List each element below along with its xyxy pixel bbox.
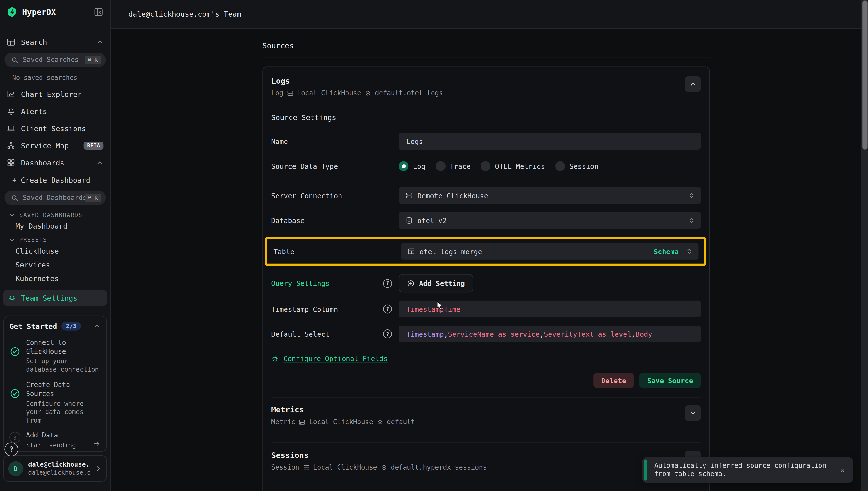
delete-button[interactable]: Delete	[593, 373, 634, 388]
server-connection-select[interactable]: Remote ClickHouse	[398, 187, 701, 204]
database-label: Database	[271, 216, 304, 225]
layers-icon	[381, 464, 388, 471]
radio-trace[interactable]: Trace	[436, 161, 471, 171]
laptop-icon	[7, 124, 16, 133]
app-root: HyperDX Search Saved Searches ⌘ K No sav…	[0, 0, 868, 491]
check-circle-icon	[9, 388, 21, 399]
default-select-input[interactable]: Timestamp, ServiceName as service, Sever…	[398, 325, 701, 342]
chart-explorer-icon	[7, 90, 16, 98]
scrollbar-thumb[interactable]	[862, 0, 867, 149]
query-settings-label: Query Settings	[271, 279, 330, 287]
no-saved-searches-text: No saved searches	[0, 70, 110, 84]
get-started-title: Get Started	[9, 322, 57, 330]
table-row: Table otel_logs_merge Schema	[273, 243, 698, 260]
radio-dot	[481, 161, 490, 171]
timestamp-column-label: Timestamp Column	[271, 305, 338, 313]
chevron-up-icon[interactable]	[96, 159, 103, 167]
sessions-section: Sessions Session Local ClickHouse defaul…	[271, 442, 701, 479]
connection-text: Local ClickHouse	[313, 463, 377, 471]
sidebar-item-chart-explorer[interactable]: Chart Explorer	[0, 88, 110, 101]
question-circle-icon[interactable]: ?	[383, 305, 392, 314]
get-started-step-3[interactable]: 3 Add Data Start sending logs, metrics, …	[4, 425, 106, 452]
progress-badge: 2/3	[61, 322, 81, 330]
database-select[interactable]: otel_v2	[398, 212, 701, 229]
source-data-type-label: Source Data Type	[271, 162, 338, 170]
server-icon	[303, 464, 310, 471]
select-chevrons-icon	[688, 216, 695, 224]
expand-metrics-button[interactable]	[685, 405, 701, 421]
saved-dashboards-caption[interactable]: SAVED DASHBOARDS	[0, 208, 110, 219]
traces-section: Traces Trace Remote ClickHouse otel_v2.o…	[271, 488, 701, 491]
saved-searches-input[interactable]: Saved Searches ⌘ K	[4, 53, 106, 67]
timestamp-column-input[interactable]: TimestampTime	[398, 301, 701, 317]
radio-otel-metrics[interactable]: OTEL Metrics	[481, 161, 545, 171]
get-started-step-1[interactable]: Connect to ClickHouse Set up your databa…	[4, 333, 106, 375]
user-email: dale@clickhouse.c…	[28, 469, 90, 476]
sidebar-item-alerts[interactable]: Alerts	[0, 105, 110, 118]
dashboards-icon	[7, 158, 16, 167]
create-dashboard-button[interactable]: + Create Dashboard	[0, 174, 110, 186]
configure-optional-fields[interactable]: Configure Optional Fields	[271, 354, 701, 363]
question-circle-icon[interactable]: ?	[383, 279, 392, 288]
radio-dot	[555, 161, 565, 171]
table-select[interactable]: otel_logs_merge Schema	[401, 243, 698, 260]
kbd-shortcut: ⌘ K	[85, 194, 101, 202]
sidebar-item-dashboards[interactable]: Dashboards	[0, 156, 110, 169]
radio-log[interactable]: Log	[398, 161, 425, 171]
chevron-up-icon	[689, 80, 696, 88]
table-ref-text: default	[387, 418, 415, 426]
save-source-button[interactable]: Save Source	[639, 373, 701, 388]
user-menu[interactable]: D dale@clickhouse.… dale@clickhouse.c…	[3, 455, 107, 482]
sidebar-item-service-map[interactable]: Service Map BETA	[0, 139, 110, 152]
collapse-logs-button[interactable]	[685, 77, 701, 92]
scrollbar-track[interactable]	[861, 0, 868, 491]
check-circle-icon	[9, 346, 21, 357]
hyperdx-logo-icon	[7, 7, 18, 18]
collapse-sidebar-icon[interactable]	[94, 7, 103, 17]
connection-text: Local ClickHouse	[297, 89, 361, 97]
source-data-type-row: Source Data Type Log Trace OTEL Metrics …	[271, 158, 701, 174]
name-input[interactable]: Logs	[398, 133, 701, 149]
chevron-down-icon	[9, 237, 15, 243]
page-title: Sources	[262, 29, 710, 57]
sidebar-item-kubernetes[interactable]: Kubernetes	[0, 272, 110, 286]
kbd-shortcut: ⌘ K	[85, 56, 101, 64]
table-row-highlight: Table otel_logs_merge Schema	[265, 237, 707, 266]
plus-icon: +	[12, 176, 17, 184]
sidebar-item-client-sessions[interactable]: Client Sessions	[0, 122, 110, 135]
close-icon[interactable]: ✕	[836, 464, 849, 476]
layers-icon	[364, 89, 371, 97]
logo-row: HyperDX	[0, 0, 110, 24]
table-label: Table	[273, 247, 294, 255]
database-icon	[405, 216, 413, 224]
saved-dashboards-input[interactable]: Saved Dashboards ⌘ K	[4, 191, 106, 205]
get-started-step-2[interactable]: Create Data Sources Configure where your…	[4, 375, 106, 425]
server-icon	[299, 418, 306, 426]
table-icon	[408, 248, 415, 255]
form-actions: Delete Save Source	[271, 373, 701, 388]
step-title: Create Data Sources	[26, 380, 101, 398]
sidebar-item-team-settings[interactable]: Team Settings	[3, 290, 107, 306]
step-title: Add Data	[26, 431, 87, 440]
add-setting-button[interactable]: Add Setting	[398, 274, 473, 292]
query-settings-row: Query Settings ? Add Setting	[271, 274, 701, 292]
radio-session[interactable]: Session	[555, 161, 599, 171]
metrics-section: Metrics Metric Local ClickHouse default	[271, 397, 701, 434]
chevron-up-icon[interactable]	[93, 322, 101, 330]
sidebar-item-my-dashboard[interactable]: My Dashboard	[0, 219, 110, 233]
sidebar-item-search[interactable]: Search	[0, 35, 110, 49]
presets-caption[interactable]: PRESETS	[0, 233, 110, 244]
schema-link[interactable]: Schema	[654, 247, 679, 255]
question-circle-icon[interactable]: ?	[383, 329, 392, 338]
toast-accent-bar	[644, 460, 647, 481]
get-started-header[interactable]: Get Started 2/3	[4, 316, 106, 333]
get-started-card: Get Started 2/3 Connect to ClickHouse Se…	[3, 316, 107, 452]
sidebar-item-clickhouse[interactable]: ClickHouse	[0, 244, 110, 258]
sidebar-item-services[interactable]: Services	[0, 258, 110, 272]
step-desc: Configure where your data comes from	[26, 400, 101, 425]
chevron-up-icon[interactable]	[96, 38, 103, 46]
help-button[interactable]: ?	[4, 442, 18, 456]
search-section-icon	[7, 38, 16, 47]
server-icon	[287, 89, 294, 97]
source-type-text: Metric	[271, 418, 295, 426]
